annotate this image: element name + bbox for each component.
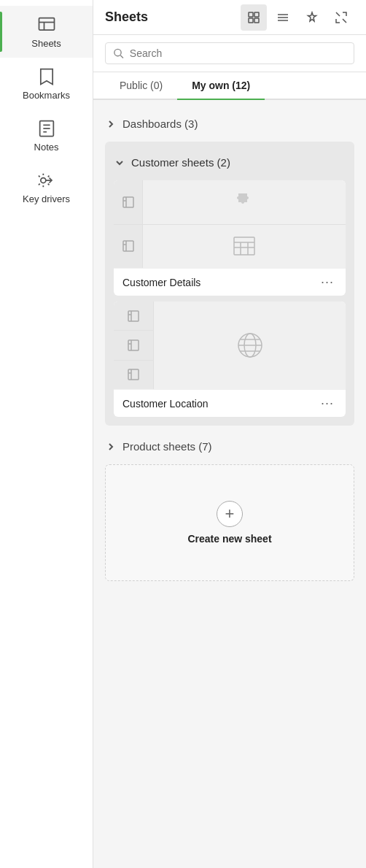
sheet-nav-icon-4	[127, 339, 140, 352]
svg-rect-8	[249, 12, 253, 17]
page-title: Sheets	[105, 9, 148, 25]
customer-sheets-section-header[interactable]: Customer sheets (2)	[114, 150, 346, 174]
create-new-sheet-card[interactable]: + Create new sheet	[105, 464, 354, 581]
sheet-nav-icon-3	[127, 310, 140, 323]
svg-rect-19	[234, 237, 254, 255]
customer-location-card[interactable]: Customer Location ···	[114, 302, 346, 417]
expand-button[interactable]	[328, 4, 354, 31]
header-actions	[241, 4, 354, 31]
svg-rect-25	[128, 340, 139, 350]
sheets-icon	[36, 15, 57, 35]
customer-location-more-button[interactable]: ···	[318, 396, 337, 411]
customer-details-more-button[interactable]: ···	[318, 274, 337, 290]
sidebar: Sheets Bookmarks Notes Key drivers	[0, 0, 93, 868]
pin-icon	[305, 11, 319, 24]
sidebar-bookmarks-label: Bookmarks	[23, 90, 70, 101]
sidebar-sheets-label: Sheets	[31, 38, 61, 49]
puzzle-icon	[231, 189, 257, 215]
customer-location-name: Customer Location	[122, 398, 209, 410]
grid-icon	[247, 11, 260, 24]
svg-rect-11	[254, 18, 259, 23]
customer-details-thumbnail	[114, 180, 346, 268]
customer-details-name: Customer Details	[122, 277, 200, 288]
svg-rect-0	[39, 18, 54, 30]
svg-point-7	[40, 178, 45, 183]
tab-public[interactable]: Public (0)	[105, 72, 177, 100]
customer-location-thumbnail	[114, 302, 346, 389]
main-panel: Sheets	[93, 0, 366, 868]
table-icon	[233, 236, 256, 256]
svg-rect-24	[128, 311, 139, 321]
content: Dashboards (3) Customer sheets (2)	[93, 100, 366, 868]
svg-rect-10	[249, 18, 253, 23]
sheet-nav-icon-2	[122, 239, 135, 253]
dashboards-section-header[interactable]: Dashboards (3)	[105, 112, 354, 136]
grid-view-button[interactable]	[241, 4, 267, 31]
create-plus-icon: +	[217, 501, 243, 527]
bookmarks-icon	[36, 66, 57, 87]
list-view-button[interactable]	[270, 4, 296, 31]
svg-rect-26	[128, 369, 139, 380]
sheet-nav-icon-5	[127, 368, 140, 381]
search-icon	[113, 47, 124, 59]
key-drivers-icon	[36, 170, 57, 191]
tabs: Public (0) My own (12)	[93, 72, 366, 100]
chevron-right-icon	[105, 118, 117, 130]
list-icon	[276, 11, 289, 24]
product-sheets-section-header[interactable]: Product sheets (7)	[105, 434, 354, 458]
expand-icon	[335, 11, 348, 24]
search-input[interactable]	[130, 47, 346, 59]
globe-icon	[235, 331, 265, 360]
tab-my-own[interactable]: My own (12)	[177, 72, 265, 100]
customer-details-footer: Customer Details ···	[114, 268, 346, 296]
sidebar-notes-label: Notes	[34, 142, 59, 153]
customer-sheets-section: Customer sheets (2)	[105, 142, 354, 426]
sidebar-item-bookmarks[interactable]: Bookmarks	[0, 58, 93, 110]
svg-rect-18	[123, 241, 133, 251]
svg-point-15	[114, 49, 121, 55]
dashboards-section-label: Dashboards (3)	[122, 118, 198, 130]
sidebar-item-notes[interactable]: Notes	[0, 110, 93, 161]
notes-icon	[36, 118, 57, 139]
sidebar-item-key-drivers[interactable]: Key drivers	[0, 161, 93, 213]
sheet-nav-icon-1	[122, 196, 135, 209]
search-container	[93, 35, 366, 72]
header: Sheets	[93, 0, 366, 35]
sidebar-item-sheets[interactable]: Sheets	[0, 6, 93, 58]
customer-sheets-section-label: Customer sheets (2)	[131, 156, 230, 169]
sidebar-key-drivers-label: Key drivers	[23, 193, 70, 204]
product-sheets-chevron-right-icon	[105, 441, 117, 453]
customer-location-footer: Customer Location ···	[114, 389, 346, 417]
customer-details-card[interactable]: Customer Details ···	[114, 180, 346, 296]
pin-button[interactable]	[299, 4, 325, 31]
create-new-sheet-label: Create new sheet	[187, 533, 271, 545]
product-sheets-section-label: Product sheets (7)	[122, 440, 212, 453]
svg-rect-17	[123, 197, 133, 207]
svg-line-16	[120, 55, 123, 58]
svg-rect-9	[254, 12, 259, 17]
search-box	[105, 42, 354, 64]
chevron-down-icon	[114, 157, 125, 169]
